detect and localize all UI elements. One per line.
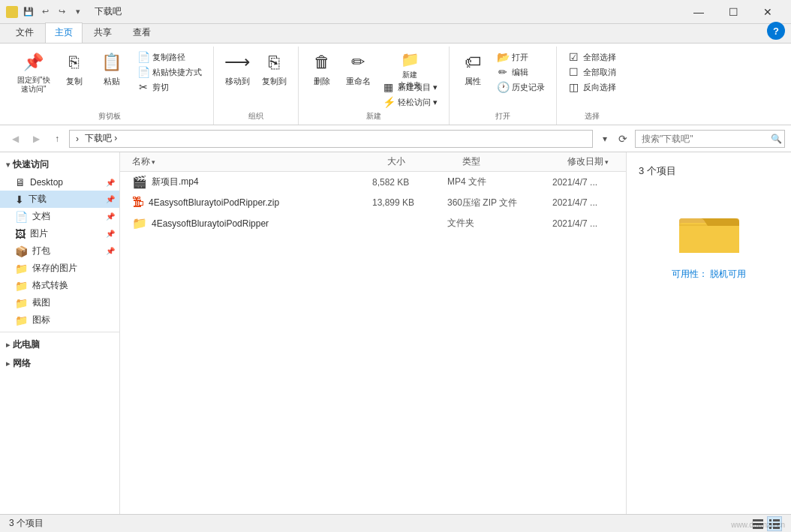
back-button[interactable]: ◀ <box>6 130 24 148</box>
forward-button[interactable]: ▶ <box>27 130 45 148</box>
refresh-button[interactable]: ⟳ <box>614 130 632 148</box>
status-bar: 3 个项目 <box>0 514 791 532</box>
sidebar-item-format-convert[interactable]: 📁 格式转换 <box>0 277 119 294</box>
open-button[interactable]: 📂 打开 <box>492 50 550 65</box>
new-item-button[interactable]: ▦ 新建项目 ▾ <box>377 80 443 95</box>
rename-button[interactable]: ✏ 重命名 <box>341 47 376 98</box>
sidebar-item-label-downloads: 下载 <box>29 193 47 206</box>
invert-select-button[interactable]: ◫ 反向选择 <box>563 80 621 95</box>
paste-shortcut-button[interactable]: 📄 粘贴快捷方式 <box>132 65 207 80</box>
maximize-button[interactable]: ☐ <box>716 0 750 24</box>
details-view-icon <box>768 518 780 530</box>
copy-path-icon: 📄 <box>137 51 149 63</box>
col-header-size[interactable]: 大小 <box>387 155 462 168</box>
title-bar-left: 💾 ↩ ↪ ▾ 下载吧 <box>6 5 122 20</box>
tab-share[interactable]: 共享 <box>84 23 122 43</box>
file-size-2: 13,899 KB <box>372 197 447 208</box>
move-to-label: 移动到 <box>225 76 250 87</box>
easy-access-icon: ⚡ <box>383 96 395 108</box>
qat-undo[interactable]: ↩ <box>38 5 53 20</box>
file-row[interactable]: 📁 4EasysoftBluraytoiPodRipper 文件夹 2021/4… <box>120 213 626 234</box>
new-folder-button[interactable]: 📁 新建文件夹 <box>377 47 443 80</box>
title-bar: 💾 ↩ ↪ ▾ 下载吧 — ☐ ✕ <box>0 0 791 24</box>
file-row[interactable]: 🎬 新项目.mp4 8,582 KB MP4 文件 2021/4/7 ... <box>120 172 626 193</box>
open-small-btns: 📂 打开 ✏ 编辑 🕐 历史记录 <box>492 47 550 95</box>
svg-rect-12 <box>769 527 771 529</box>
close-button[interactable]: ✕ <box>750 0 785 24</box>
tab-view[interactable]: 查看 <box>123 23 161 43</box>
deselect-all-label: 全部取消 <box>583 67 616 78</box>
sidebar-section-network[interactable]: ▸ 网络 <box>0 354 119 373</box>
pictures-icon: 🖼 <box>15 228 26 240</box>
search-icon[interactable]: 🔍 <box>768 131 783 146</box>
qat-dropdown[interactable]: ▾ <box>71 5 86 20</box>
path-root: › <box>76 134 79 144</box>
view-list-button[interactable] <box>750 516 765 531</box>
format-convert-icon: 📁 <box>15 280 28 292</box>
view-details-button[interactable] <box>767 516 782 531</box>
copy-button[interactable]: ⎘ 复制 <box>57 47 92 98</box>
properties-button[interactable]: 🏷 属性 <box>456 47 490 98</box>
file-icon-folder: 📁 <box>132 216 147 230</box>
history-button[interactable]: 🕐 历史记录 <box>492 80 550 95</box>
sidebar-item-icons[interactable]: 📁 图标 <box>0 311 119 329</box>
sidebar-section-label-this-pc: 此电脑 <box>13 338 40 351</box>
deselect-all-button[interactable]: ☐ 全部取消 <box>563 65 621 80</box>
up-button[interactable]: ↑ <box>48 130 66 148</box>
preview-availability: 可用性： 脱机可用 <box>672 268 746 281</box>
help-button[interactable]: ? <box>767 22 785 40</box>
sidebar-section-quick-access[interactable]: ▾ 快速访问 <box>0 155 119 174</box>
sidebar-item-pictures[interactable]: 🖼 图片 📌 <box>0 225 119 242</box>
ribbon-tabs: 文件 主页 共享 查看 ? <box>0 24 791 44</box>
col-header-name[interactable]: 名称 ▾ <box>132 155 387 168</box>
pin-button[interactable]: 📌 固定到"快速访问" <box>12 47 56 98</box>
sidebar-section-this-pc[interactable]: ▸ 此电脑 <box>0 335 119 354</box>
copy-path-button[interactable]: 📄 复制路径 <box>132 50 207 65</box>
paste-shortcut-label: 粘贴快捷方式 <box>152 67 202 78</box>
pin-icon: 📌 <box>22 50 46 74</box>
minimize-button[interactable]: — <box>681 0 716 24</box>
paste-button[interactable]: 📋 粘贴 <box>93 47 131 98</box>
file-name-1: 🎬 新项目.mp4 <box>132 175 372 189</box>
cut-button[interactable]: ✂ 剪切 <box>132 80 207 95</box>
sidebar-item-desktop[interactable]: 🖥 Desktop 📌 <box>0 174 119 191</box>
easy-access-label: 轻松访问 ▾ <box>398 97 438 108</box>
icons-icon: 📁 <box>15 314 28 326</box>
select-all-label: 全部选择 <box>583 52 616 63</box>
qat-redo[interactable]: ↪ <box>54 5 69 20</box>
tab-file[interactable]: 文件 <box>6 23 44 43</box>
sidebar-item-screenshot[interactable]: 📁 截图 <box>0 294 119 311</box>
pin-indicator-package: 📌 <box>106 247 115 255</box>
ribbon-group-select: ☑ 全部选择 ☐ 全部取消 ◫ 反向选择 选择 <box>557 47 627 125</box>
edit-button[interactable]: ✏ 编辑 <box>492 65 550 80</box>
qat-save[interactable]: 💾 <box>21 5 36 20</box>
col-header-date[interactable]: 修改日期 ▾ <box>567 155 626 168</box>
sidebar-item-package[interactable]: 📦 打包 📌 <box>0 242 119 260</box>
copy-to-button[interactable]: ⎘ 复制到 <box>257 47 292 98</box>
sidebar-item-saved-pics[interactable]: 📁 保存的图片 <box>0 260 119 277</box>
col-header-type[interactable]: 类型 <box>462 155 567 168</box>
select-all-button[interactable]: ☑ 全部选择 <box>563 50 621 65</box>
address-path[interactable]: › 下载吧 › <box>69 130 593 148</box>
file-row[interactable]: 🗜 4EasysoftBluraytoiPodRipper.zip 13,899… <box>120 193 626 213</box>
address-dropdown-button[interactable]: ▾ <box>596 130 614 148</box>
delete-button[interactable]: 🗑 删除 <box>305 47 339 98</box>
sidebar-item-downloads[interactable]: ⬇ 下载 📌 <box>0 191 119 208</box>
deselect-all-icon: ☐ <box>568 66 580 78</box>
invert-select-label: 反向选择 <box>583 82 616 93</box>
path-downloads: 下载吧 › <box>85 132 117 145</box>
sidebar-item-label-documents: 文档 <box>32 210 50 223</box>
sidebar-item-documents[interactable]: 📄 文档 📌 <box>0 208 119 225</box>
preview-count: 3 个项目 <box>639 164 676 178</box>
move-to-button[interactable]: ⟶ 移动到 <box>220 47 255 98</box>
file-type-1: MP4 文件 <box>447 176 552 188</box>
col-date-label: 修改日期 <box>567 155 603 168</box>
tab-home[interactable]: 主页 <box>45 23 83 43</box>
search-input[interactable] <box>635 130 785 148</box>
svg-rect-9 <box>773 519 780 521</box>
copy-icon: ⎘ <box>62 50 86 74</box>
easy-access-button[interactable]: ⚡ 轻松访问 ▾ <box>377 95 443 110</box>
ribbon-group-organize: ⟶ 移动到 ⎘ 复制到 组织 <box>214 47 299 125</box>
preview-folder-icon <box>679 208 739 256</box>
file-size-1: 8,582 KB <box>372 177 447 188</box>
